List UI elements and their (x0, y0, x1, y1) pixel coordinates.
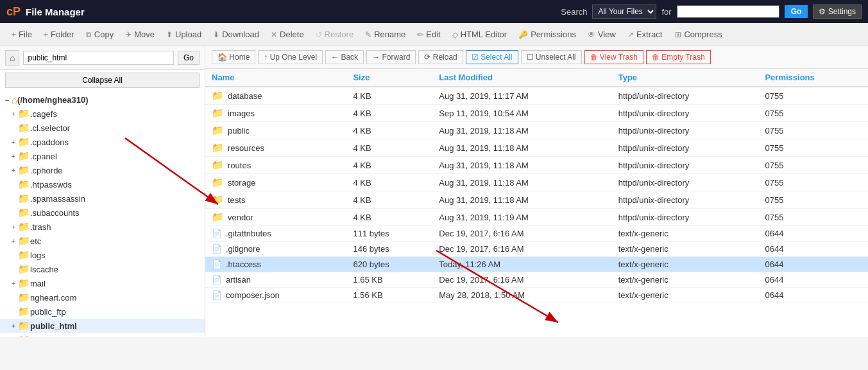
table-header-row: Name Size Last Modified Type Permissions (205, 69, 868, 87)
tree-item-cagefs[interactable]: + 📁 .cagefs (0, 107, 205, 121)
cell-type: text/x-generic (612, 288, 759, 303)
col-permissions[interactable]: Permissions (758, 69, 868, 87)
table-row[interactable]: 📁 resources 4 KB Aug 31, 2019, 11:18 AM … (205, 139, 868, 157)
sidebar-path-input[interactable] (23, 51, 174, 65)
tree-toggle-mail[interactable]: + (9, 279, 18, 287)
cell-type: httpd/unix-directory (612, 87, 759, 105)
settings-button[interactable]: ⚙ Settings (813, 4, 862, 19)
tree-toggle-trash[interactable]: + (9, 223, 18, 231)
view-button[interactable]: 👁 View (583, 27, 621, 42)
table-row[interactable]: 📄 .htaccess 620 bytes Today, 11:26 AM te… (205, 257, 868, 272)
tree-toggle-cpanel[interactable]: + (9, 152, 18, 160)
tree-label-cl: .cl.selector (30, 123, 70, 133)
tree-item-trash[interactable]: + 📁 .trash (0, 220, 205, 234)
tree-toggle-etc[interactable]: + (9, 237, 18, 245)
tree-toggle-cagefs[interactable]: + (9, 110, 18, 118)
tree-item-cl-selector[interactable]: 📁 .cl.selector (0, 121, 205, 135)
table-row[interactable]: 📁 routes 4 KB Aug 31, 2019, 11:18 AM htt… (205, 157, 868, 174)
tree-item-logs[interactable]: 📁 logs (0, 248, 205, 262)
forward-button[interactable]: → Forward (366, 50, 416, 64)
file-table-wrapper: Name Size Last Modified Type Permissions… (205, 69, 868, 337)
new-file-button[interactable]: + File (6, 27, 37, 42)
delete-icon: ✕ (271, 30, 277, 39)
table-row[interactable]: 📁 storage 4 KB Aug 31, 2019, 11:18 AM ht… (205, 174, 868, 191)
copy-button[interactable]: ⧉ Copy (81, 27, 119, 42)
sidebar-home-button[interactable]: ⌂ (5, 50, 19, 66)
col-size[interactable]: Size (346, 69, 432, 87)
cell-modified: Aug 31, 2019, 11:18 AM (432, 157, 611, 174)
search-area: Search All Your Files for Go ⚙ Settings (561, 4, 862, 19)
up-one-level-button[interactable]: ↑ Up One Level (258, 50, 323, 64)
edit-icon: ✏ (417, 30, 423, 39)
reload-button[interactable]: ⟳ Reload (418, 50, 463, 64)
tree-item-ngheart[interactable]: 📁 ngheart.com (0, 290, 205, 304)
tree-label-pftp: public_ftp (30, 307, 66, 317)
extract-icon: ↗ (627, 30, 634, 39)
table-row[interactable]: 📁 vendor 4 KB Aug 31, 2019, 11:19 AM htt… (205, 209, 868, 226)
col-modified[interactable]: Last Modified (432, 69, 611, 87)
tree-item-public-ftp[interactable]: 📁 public_ftp (0, 304, 205, 319)
file-icon-cell: 📁 storage (212, 177, 255, 188)
sidebar-go-button[interactable]: Go (178, 51, 200, 65)
tree-toggle-cphorde[interactable]: + (9, 166, 18, 174)
tree-label-cpaddons: .cpaddons (30, 137, 69, 147)
cell-permissions: 0755 (758, 191, 868, 209)
tree-item-root[interactable]: − ⌂ (/home/nghea310) (0, 93, 205, 107)
select-all-button[interactable]: ☑ Select All (466, 50, 518, 64)
table-row[interactable]: 📁 images 4 KB Sep 11, 2019, 10:54 AM htt… (205, 105, 868, 122)
restore-button[interactable]: ↺ Restore (311, 27, 359, 42)
table-row[interactable]: 📁 public 4 KB Aug 31, 2019, 11:18 AM htt… (205, 122, 868, 139)
collapse-all-button[interactable]: Collapse All (5, 73, 200, 88)
cell-type: text/x-generic (612, 226, 759, 242)
move-button[interactable]: ✈ Move (120, 27, 160, 42)
tree-item-cpaddons[interactable]: + 📁 .cpaddons (0, 135, 205, 149)
upload-button[interactable]: ⬆ Upload (161, 27, 207, 42)
tree-item-subaccounts[interactable]: 📁 .subaccounts (0, 206, 205, 220)
unselect-all-button[interactable]: ☐ Unselect All (521, 50, 582, 64)
table-row[interactable]: 📄 artisan 1.65 KB Dec 19, 2017, 6:16 AM … (205, 272, 868, 288)
delete-button[interactable]: ✕ Delete (266, 27, 309, 42)
restore-icon: ↺ (316, 30, 322, 39)
cell-modified: Sep 11, 2019, 10:54 AM (432, 105, 611, 122)
tree-item-lscache[interactable]: 📁 lscache (0, 262, 205, 276)
home-nav-button[interactable]: 🏠 Home (212, 50, 255, 64)
table-row[interactable]: 📄 .gitignore 146 bytes Dec 19, 2017, 6:1… (205, 242, 868, 257)
edit-button[interactable]: ✏ Edit (412, 27, 445, 42)
table-row[interactable]: 📁 database 4 KB Aug 31, 2019, 11:17 AM h… (205, 87, 868, 105)
permissions-button[interactable]: 🔑 Permissions (513, 27, 581, 42)
tree-item-spamassassin[interactable]: 📁 .spamassassin (0, 191, 205, 206)
tree-item-cpanel[interactable]: + 📁 .cpanel (0, 149, 205, 163)
col-name[interactable]: Name (205, 69, 346, 87)
col-type[interactable]: Type (612, 69, 759, 87)
tree-item-etc[interactable]: + 📁 etc (0, 234, 205, 248)
tree-item-mail[interactable]: + 📁 mail (0, 276, 205, 290)
view-trash-button[interactable]: 🗑 View Trash (584, 50, 643, 64)
tree-toggle-cpaddons[interactable]: + (9, 138, 18, 146)
table-row[interactable]: 📁 tests 4 KB Aug 31, 2019, 11:18 AM http… (205, 191, 868, 209)
folder-icon-etc: 📁 (18, 235, 30, 247)
search-scope-select[interactable]: All Your Files (592, 4, 656, 19)
new-folder-button[interactable]: + Folder (38, 27, 80, 42)
cell-size: 146 bytes (346, 242, 432, 257)
download-button[interactable]: ⬇ Download (208, 27, 264, 42)
folder-icon-ssl: 📁 (18, 334, 30, 337)
search-go-button[interactable]: Go (785, 5, 808, 18)
html-editor-button[interactable]: ◇ HTML Editor (447, 27, 512, 42)
tree-toggle-phtml[interactable]: + (9, 322, 18, 330)
back-button[interactable]: ← Back (325, 50, 364, 64)
empty-trash-button[interactable]: 🗑 Empty Trash (646, 50, 711, 64)
compress-button[interactable]: ⊞ Compress (670, 27, 727, 42)
tree-item-ssl[interactable]: 📁 ssl (0, 333, 205, 337)
top-header: cP File Manager Search All Your Files fo… (0, 0, 868, 23)
tree-toggle-root[interactable]: − (3, 96, 12, 104)
cell-type: text/x-generic (612, 272, 759, 288)
extract-button[interactable]: ↗ Extract (622, 27, 667, 42)
tree-item-public-html[interactable]: + 📁 public_html (0, 319, 205, 333)
table-row[interactable]: 📄 composer.json 1.56 KB May 28, 2018, 1:… (205, 288, 868, 303)
table-row[interactable]: 📄 .gitattributes 111 bytes Dec 19, 2017,… (205, 226, 868, 242)
tree-item-htpasswds[interactable]: 📁 .htpasswds (0, 177, 205, 191)
file-icon-cell: 📄 artisan (212, 275, 251, 285)
tree-item-cphorde[interactable]: + 📁 .cphorde (0, 163, 205, 177)
rename-button[interactable]: ✎ Rename (360, 27, 411, 42)
search-input[interactable] (677, 5, 779, 18)
